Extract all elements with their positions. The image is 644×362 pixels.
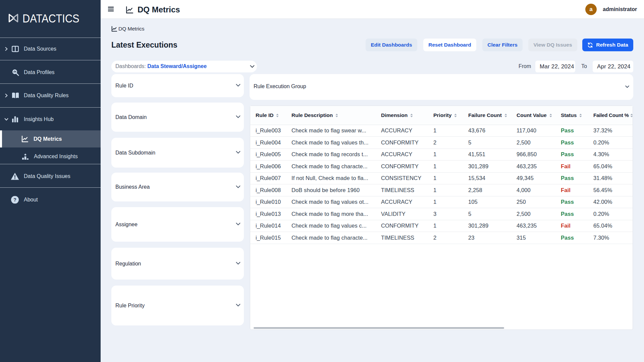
svg-text:?: ? [13, 197, 16, 202]
